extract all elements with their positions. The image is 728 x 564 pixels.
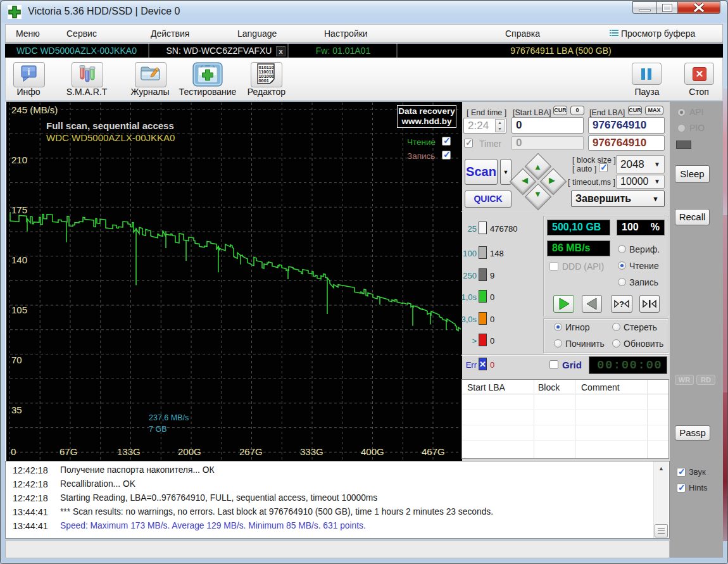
svg-text:0001: 0001 — [259, 78, 269, 84]
svg-text:?: ? — [619, 299, 624, 309]
svg-text:i: i — [28, 67, 30, 77]
